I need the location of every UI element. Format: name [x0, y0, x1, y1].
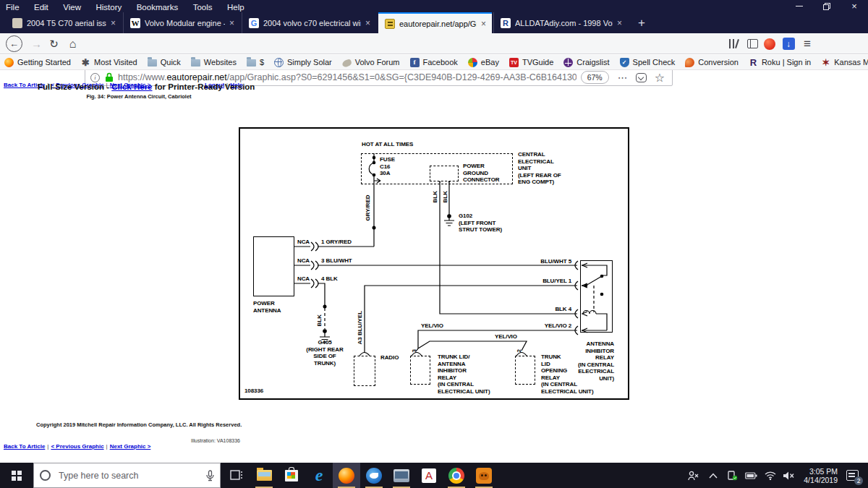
- tab-close-icon[interactable]: ×: [364, 18, 372, 28]
- taskbar-thunderbird[interactable]: [360, 463, 388, 488]
- start-button[interactable]: [0, 463, 33, 488]
- bookmark-conversion[interactable]: Conversion: [685, 58, 739, 67]
- menu-history[interactable]: History: [90, 1, 127, 13]
- tab-eautorepair-active[interactable]: eautorepair.net/app/Graphic.a ×: [378, 12, 492, 33]
- next-graphic-link[interactable]: Next Graphic >: [110, 443, 151, 450]
- menu-view[interactable]: View: [57, 1, 87, 13]
- bookmark-websites[interactable]: Websites: [191, 58, 237, 67]
- tab-wikipedia[interactable]: Volvo Modular engine - Wikipe ×: [123, 12, 240, 33]
- trunk-lid-antenna-relay-box: [410, 356, 430, 385]
- download-helper-icon[interactable]: ↓: [780, 35, 797, 52]
- radio-box: [354, 356, 375, 386]
- extension-record-icon[interactable]: [761, 35, 778, 52]
- power-plug-tray-icon[interactable]: [723, 463, 741, 488]
- tab-forum-thread[interactable]: 2004 T5 C70 aerial issue ( not t ×: [6, 12, 122, 33]
- page-actions-icon[interactable]: ⋯: [613, 72, 632, 83]
- bookmark-facebook[interactable]: Facebook: [410, 58, 458, 67]
- minimize-icon[interactable]: [786, 0, 813, 12]
- taskbar-mail-client[interactable]: [388, 463, 415, 488]
- browser-menubar: File Edit View History Bookmarks Tools H…: [0, 0, 868, 12]
- diagram-pin-blu-yel-1: BLU/YEL 1: [528, 278, 571, 285]
- eautorepair-favicon-icon: [385, 19, 395, 29]
- taskbar-orange-app[interactable]: [470, 463, 498, 488]
- previous-graphic-link[interactable]: < Previous Graphic: [51, 443, 103, 450]
- bookmark-spell-check[interactable]: Spell Check: [620, 58, 676, 67]
- roku-icon: [749, 58, 758, 67]
- page-zoom-badge[interactable]: 67%: [581, 71, 609, 84]
- sidebar-toggle-icon[interactable]: [744, 35, 761, 52]
- url-text[interactable]: https://www.eautorepair.net/app/Graphic.…: [118, 72, 576, 82]
- bookmark-quick[interactable]: Quick: [148, 58, 181, 67]
- forward-button[interactable]: →: [27, 35, 46, 53]
- menu-hamburger-icon[interactable]: ≡: [799, 35, 816, 52]
- search-input[interactable]: [57, 470, 206, 481]
- diagram-label-central-electrical-unit: CENTRAL ELECTRICAL UNIT (LEFT REAR OF EN…: [518, 151, 561, 186]
- taskbar-firefox[interactable]: [333, 463, 360, 488]
- diagram-label-fuse: FUSE C16 30A: [380, 156, 395, 177]
- copyright-text: Copyright 2019 Mitchell Repair Informati…: [36, 421, 242, 428]
- taskbar-search[interactable]: [33, 463, 221, 488]
- bookmarks-toolbar: Getting Started ✱Most Visited Quick Webs…: [0, 55, 868, 70]
- pocket-save-icon[interactable]: [636, 73, 647, 82]
- taskbar-adobe-reader[interactable]: A: [415, 463, 443, 488]
- bookmark-tvguide[interactable]: TVGuide: [509, 58, 553, 67]
- microphone-icon[interactable]: [206, 470, 214, 481]
- menu-bookmarks[interactable]: Bookmarks: [131, 1, 184, 13]
- bookmark-star-icon[interactable]: ☆: [650, 71, 669, 85]
- diagram-label-nca-1: NCA: [297, 239, 310, 246]
- tab-close-icon[interactable]: ×: [616, 18, 624, 28]
- bookmark-dollar[interactable]: $: [247, 58, 264, 67]
- back-button[interactable]: ←: [6, 35, 22, 52]
- battery-tray-icon[interactable]: [742, 463, 760, 488]
- bookmark-getting-started[interactable]: Getting Started: [4, 58, 71, 67]
- taskbar-clock[interactable]: 3:05 PM 4/14/2019: [804, 463, 838, 488]
- menu-help[interactable]: Help: [221, 1, 250, 13]
- peace-icon: [563, 58, 573, 67]
- diagram-wire-gry-red: GRY/RED: [365, 194, 371, 221]
- power-ground-connector-box: [430, 166, 459, 181]
- taskbar-file-explorer[interactable]: [250, 463, 278, 488]
- chrome-icon: [448, 468, 464, 484]
- bookmark-craigslist[interactable]: Craigslist: [563, 58, 609, 67]
- volume-muted-tray-icon[interactable]: [779, 463, 798, 488]
- close-icon[interactable]: ×: [841, 0, 868, 12]
- taskbar-chrome[interactable]: [443, 463, 470, 488]
- menu-file[interactable]: File: [0, 1, 25, 13]
- reload-button[interactable]: ↻: [45, 35, 63, 53]
- bookmark-most-visited[interactable]: ✱Most Visited: [81, 58, 137, 67]
- tab-close-icon[interactable]: ×: [480, 19, 488, 29]
- diagram-trunk-pin-2: 2: [516, 348, 522, 353]
- tray-overflow-chevron-icon[interactable]: [705, 463, 722, 488]
- wiring-diagram-figure: HOT AT ALL TIMES FUSE C16 30A POWER GROU…: [239, 127, 629, 400]
- new-tab-button[interactable]: +: [632, 14, 651, 32]
- alldata-favicon-icon: [501, 18, 511, 28]
- bookmark-kansas-mennonite[interactable]: Kansas Mennonite Reli...: [821, 58, 868, 67]
- bookmark-ebay[interactable]: eBay: [468, 58, 499, 67]
- library-icon[interactable]: [725, 35, 742, 52]
- action-center-button[interactable]: 2: [839, 463, 865, 488]
- bookmark-roku[interactable]: Roku | Sign in: [749, 58, 811, 67]
- taskbar-microsoft-store[interactable]: [278, 463, 305, 488]
- star-burst-icon: [821, 58, 830, 67]
- windows-logo-icon: [12, 471, 22, 481]
- bookmark-simply-solar[interactable]: Simply Solar: [274, 58, 332, 67]
- tab-google-search[interactable]: 2004 volvo c70 electrical wiring ×: [242, 12, 376, 33]
- printer-ready-link[interactable]: Click Here: [111, 82, 152, 91]
- tab-alldatadiy[interactable]: ALLDATAdiy.com - 1998 Volvo ×: [493, 12, 628, 33]
- wifi-tray-icon[interactable]: [761, 463, 779, 488]
- menu-tools[interactable]: Tools: [187, 1, 218, 13]
- adobe-reader-icon: A: [422, 468, 436, 483]
- menu-edit[interactable]: Edit: [28, 1, 54, 13]
- gear-icon: ✱: [81, 58, 90, 67]
- home-button[interactable]: ⌂: [64, 35, 82, 53]
- back-to-article-link[interactable]: Back To Article: [4, 443, 45, 450]
- taskbar-edge[interactable]: e: [305, 463, 333, 488]
- restore-icon[interactable]: [813, 0, 841, 12]
- tab-close-icon[interactable]: ×: [228, 18, 236, 28]
- edge-icon: e: [311, 468, 327, 484]
- bookmark-volvo-forum[interactable]: Volvo Forum: [342, 58, 400, 67]
- people-tray-icon[interactable]: [684, 463, 703, 488]
- page-footer-links: Back To Article|< Previous Graphic|Next …: [4, 438, 150, 451]
- tab-close-icon[interactable]: ×: [109, 18, 117, 28]
- task-view-button[interactable]: [223, 463, 250, 488]
